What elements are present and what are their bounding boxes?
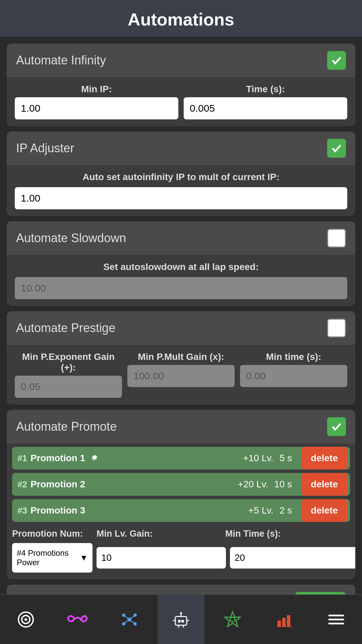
infinity-icon xyxy=(67,613,87,626)
promo-num-2: #2 xyxy=(17,479,27,490)
promo-min-lv-label: Min Lv. Gain: xyxy=(97,529,221,539)
prestige-labels-row: Min P.Exponent Gain (+): Min P.Mult Gain… xyxy=(15,352,347,398)
p-time-label: Min time (s): xyxy=(240,352,347,362)
ip-adjuster-input[interactable] xyxy=(15,187,347,209)
promo-time-2: 10 s xyxy=(274,479,292,490)
promotion-row-3: #3 Promotion 3 +5 Lv. 2 s delete xyxy=(12,499,350,522)
promo-delete-btn-2[interactable]: delete xyxy=(301,473,347,496)
nav-item-target[interactable] xyxy=(2,595,49,644)
p-exp-label: Min P.Exponent Gain (+): xyxy=(15,352,122,373)
promo-name-1: #1 Promotion 1 xyxy=(12,447,234,470)
p-mult-input xyxy=(127,365,235,387)
bottom-nav xyxy=(0,594,362,644)
promo-min-time-label: Min Time (s): xyxy=(225,529,350,539)
min-ip-input[interactable] xyxy=(15,97,178,119)
automate-prestige-header: Automate Prestige xyxy=(7,311,355,345)
ip-adjuster-card: IP Adjuster Auto set autoinfinity IP to … xyxy=(7,131,355,216)
promo-add-section: Promotion Num: Min Lv. Gain: Min Time (s… xyxy=(7,522,355,579)
main-content: Automate Infinity Min IP: Time (s): IP A… xyxy=(0,37,362,644)
min-time-input[interactable] xyxy=(230,547,355,569)
automate-prestige-card: Automate Prestige Min P.Exponent Gain (+… xyxy=(7,311,355,405)
promo-gear-icon-1[interactable] xyxy=(88,453,99,464)
promo-title-2: Promotion 2 xyxy=(31,479,85,490)
p-time-group: Min time (s): xyxy=(240,352,347,387)
ip-adjuster-title: IP Adjuster xyxy=(16,141,74,155)
automate-slowdown-body: Set autoslowdown at all lap speed: xyxy=(7,255,355,306)
svg-line-10 xyxy=(124,620,129,624)
ip-adjuster-checkbox[interactable] xyxy=(327,139,346,158)
time-group: Time (s): xyxy=(184,84,347,119)
star-achievement-icon xyxy=(224,610,242,629)
promo-name-2: #2 Promotion 2 xyxy=(12,473,229,496)
promo-title-3: Promotion 3 xyxy=(31,505,85,516)
automate-slowdown-card: Automate Slowdown Set autoslowdown at al… xyxy=(7,221,355,306)
promo-title-1: Promotion 1 xyxy=(31,453,85,464)
chart-icon xyxy=(276,610,294,629)
promo-delete-btn-3[interactable]: delete xyxy=(301,499,347,522)
nav-item-chart[interactable] xyxy=(261,595,308,644)
svg-line-8 xyxy=(124,615,129,620)
automate-prestige-checkbox[interactable] xyxy=(327,319,346,337)
svg-rect-24 xyxy=(282,618,286,627)
svg-marker-21 xyxy=(225,612,240,627)
slowdown-input xyxy=(15,277,347,299)
ip-adjuster-body: Auto set autoinfinity IP to mult of curr… xyxy=(7,165,355,216)
svg-point-22 xyxy=(230,617,235,622)
promo-add-labels: Promotion Num: Min Lv. Gain: Min Time (s… xyxy=(12,529,350,539)
svg-rect-25 xyxy=(287,615,290,627)
automate-infinity-title: Automate Infinity xyxy=(16,53,106,67)
svg-line-9 xyxy=(129,615,135,620)
nav-item-infinity[interactable] xyxy=(54,595,101,644)
promo-add-inputs: #4 Promotions Power ▼ Add xyxy=(12,543,350,573)
nav-item-star[interactable] xyxy=(209,595,256,644)
automate-infinity-checkbox[interactable] xyxy=(327,51,346,70)
header: Automations xyxy=(0,0,362,37)
automate-promote-card: Automate Promote #1 Promotion 1 +10 Lv. … xyxy=(7,410,355,579)
automate-prestige-body: Min P.Exponent Gain (+): Min P.Mult Gain… xyxy=(7,345,355,405)
promotion-row-1: #1 Promotion 1 +10 Lv. 5 s delete xyxy=(12,447,350,470)
automate-infinity-body: Min IP: Time (s): xyxy=(7,77,355,126)
svg-rect-23 xyxy=(278,621,281,627)
target-icon xyxy=(17,611,35,628)
chevron-down-icon: ▼ xyxy=(80,553,88,562)
time-input[interactable] xyxy=(184,97,347,119)
nav-item-menu[interactable] xyxy=(313,595,360,644)
promo-dropdown-value: #4 Promotions Power xyxy=(17,548,80,567)
min-lv-input[interactable] xyxy=(97,547,226,569)
network-dots-icon xyxy=(120,610,138,629)
svg-point-2 xyxy=(24,618,27,621)
promo-num-label: Promotion Num: xyxy=(12,529,93,539)
ip-adjuster-header: IP Adjuster xyxy=(7,131,355,165)
automate-prestige-title: Automate Prestige xyxy=(16,321,115,335)
promo-lv-2: +20 Lv. xyxy=(238,479,268,490)
page-title: Automations xyxy=(128,10,234,29)
promo-num-dropdown[interactable]: #4 Promotions Power ▼ xyxy=(12,543,93,573)
promo-stats-2: +20 Lv. 10 s xyxy=(231,473,299,496)
nav-item-robot[interactable] xyxy=(158,595,204,644)
promo-delete-btn-1[interactable]: delete xyxy=(301,447,347,470)
p-exp-group: Min P.Exponent Gain (+): xyxy=(15,352,122,398)
svg-rect-12 xyxy=(175,616,187,625)
automate-promote-checkbox[interactable] xyxy=(327,417,346,436)
promo-time-3: 2 s xyxy=(280,505,292,516)
promo-stats-3: +5 Lv. 2 s xyxy=(242,499,299,522)
svg-rect-13 xyxy=(178,620,181,623)
min-ip-group: Min IP: xyxy=(15,84,178,119)
automate-slowdown-checkbox[interactable] xyxy=(327,229,346,248)
promo-lv-3: +5 Lv. xyxy=(248,505,274,516)
nav-item-dots[interactable] xyxy=(106,595,153,644)
promotion-row-2: #2 Promotion 2 +20 Lv. 10 s delete xyxy=(12,473,350,496)
automate-infinity-header: Automate Infinity xyxy=(7,44,355,77)
svg-rect-14 xyxy=(181,620,184,623)
p-mult-label: Min P.Mult Gain (x): xyxy=(127,352,235,362)
promotion-list: #1 Promotion 1 +10 Lv. 5 s delete #2 Pro… xyxy=(7,443,355,522)
slowdown-desc: Set autoslowdown at all lap speed: xyxy=(15,262,347,272)
infinity-fields-row: Min IP: Time (s): xyxy=(15,84,347,119)
promo-lv-1: +10 Lv. xyxy=(243,453,274,464)
min-ip-label: Min IP: xyxy=(15,84,178,95)
svg-line-11 xyxy=(129,620,135,624)
automate-slowdown-header: Automate Slowdown xyxy=(7,221,355,255)
p-mult-group: Min P.Mult Gain (x): xyxy=(127,352,235,387)
time-label: Time (s): xyxy=(184,84,347,95)
promo-num-1: #1 xyxy=(17,453,27,464)
